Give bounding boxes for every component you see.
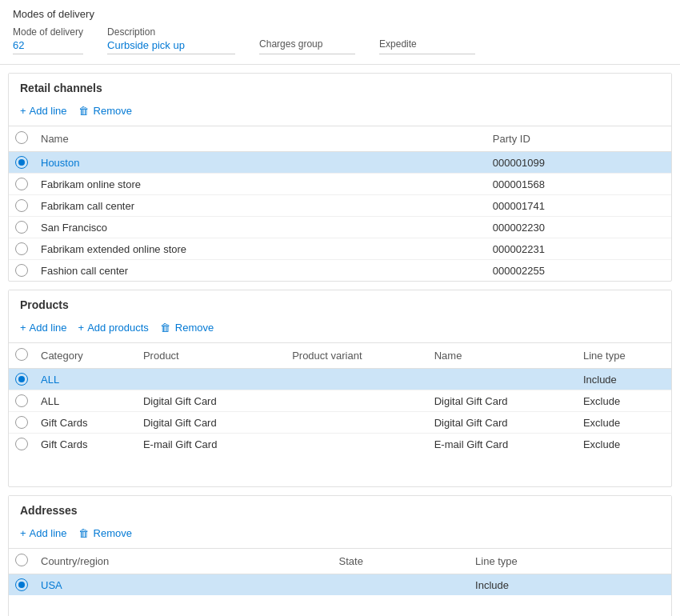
retail-channels-toolbar: + Add line 🗑 Remove [20,101,660,121]
radio-button[interactable] [15,416,28,429]
description-value[interactable]: Curbside pick up [107,39,235,54]
modes-section-title: Modes of delivery [13,8,667,20]
addresses-remove-button[interactable]: 🗑 Remove [78,527,132,539]
expedite-label: Expedite [379,38,475,50]
table-row[interactable]: Fabrikam extended online store000002231 [9,238,671,260]
radio-button[interactable] [15,264,28,277]
retail-remove-button[interactable]: 🗑 Remove [78,105,132,117]
retail-name-col-header: Name [34,126,486,152]
radio-inner [18,376,25,382]
radio-button[interactable] [15,394,28,407]
mode-of-delivery-value[interactable]: 62 [13,39,83,54]
trash-icon: 🗑 [160,322,170,334]
addresses-title: Addresses [20,504,660,517]
description-label: Description [107,26,235,38]
addresses-table: Country/region State Line type USAInclud… [9,549,671,595]
plus-icon: + [20,105,26,117]
products-product-cell: Digital Gift Card [137,390,286,412]
radio-button[interactable] [15,199,28,212]
table-row[interactable]: Gift CardsDigital Gift CardDigital Gift … [9,412,671,434]
retail-name-cell: Fabrikam online store [34,174,486,195]
table-row[interactable]: ALLDigital Gift CardDigital Gift CardExc… [9,390,671,412]
products-name-cell [428,369,577,390]
table-row[interactable]: Fabrikam call center000001741 [9,195,671,217]
row-radio-cell[interactable] [9,412,34,434]
retail-add-line-button[interactable]: + Add line [20,105,67,117]
trash-icon: 🗑 [78,527,89,539]
retail-select-col-header [9,126,34,152]
products-category-col-header: Category [34,343,137,369]
table-row[interactable]: ALLInclude [9,369,671,390]
retail-channels-table-container: Name Party ID Houston000001099Fabrikam o… [9,126,671,281]
addresses-linetype-col-header: Line type [469,549,671,574]
modes-field-row: Mode of delivery 62 Description Curbside… [13,26,667,54]
retail-name-cell: Houston [34,152,486,174]
table-row[interactable]: Houston000001099 [9,152,671,174]
row-radio-cell[interactable] [9,574,34,596]
products-linetype-cell: Include [577,369,671,390]
products-header: Products + Add line + Add products 🗑 Rem… [9,290,671,343]
retail-partyid-cell: 000002231 [486,238,671,260]
radio-button[interactable] [15,578,28,591]
radio-button[interactable] [15,438,28,450]
charges-group-field: Charges group [259,38,355,54]
table-row[interactable]: USAInclude [9,574,671,596]
products-select-col-header [9,343,34,369]
retail-partyid-cell: 000002255 [486,260,671,282]
charges-group-value[interactable] [259,51,355,54]
row-radio-cell[interactable] [9,238,34,260]
mode-of-delivery-field: Mode of delivery 62 [13,26,83,54]
products-linetype-col-header: Line type [577,343,671,369]
table-row[interactable]: Gift CardsE-mail Gift CardE-mail Gift Ca… [9,434,671,455]
products-variant-col-header: Product variant [286,343,428,369]
addresses-header-checkbox[interactable] [15,554,28,566]
addresses-panel: Addresses + Add line 🗑 Remove Country/re… [8,495,672,616]
products-product-cell: E-mail Gift Card [137,434,286,455]
addresses-empty-space [9,595,671,616]
row-radio-cell[interactable] [9,390,34,412]
table-row[interactable]: San Francisco000002230 [9,217,671,238]
products-linetype-cell: Exclude [577,412,671,434]
radio-button[interactable] [15,221,28,234]
radio-button[interactable] [15,156,28,169]
modes-of-delivery-section: Modes of delivery Mode of delivery 62 De… [0,0,680,65]
row-radio-cell[interactable] [9,260,34,282]
products-variant-cell [286,412,428,434]
products-add-line-button[interactable]: + Add line [20,322,67,334]
row-radio-cell[interactable] [9,174,34,195]
products-header-checkbox[interactable] [15,348,28,361]
mode-of-delivery-label: Mode of delivery [13,26,83,38]
table-row[interactable]: Fashion call center000002255 [9,260,671,282]
addresses-add-line-button[interactable]: + Add line [20,527,67,539]
radio-button[interactable] [15,178,28,190]
row-radio-cell[interactable] [9,217,34,238]
retail-channels-title: Retail channels [20,82,660,94]
radio-button[interactable] [15,373,28,386]
products-remove-button[interactable]: 🗑 Remove [160,322,214,334]
products-category-cell: Gift Cards [34,412,137,434]
retail-header-checkbox[interactable] [15,131,28,144]
row-radio-cell[interactable] [9,152,34,174]
plus-icon: + [20,527,26,539]
products-add-products-button[interactable]: + Add products [78,322,149,334]
table-row[interactable]: Fabrikam online store000001568 [9,174,671,195]
products-toolbar: + Add line + Add products 🗑 Remove [20,318,660,338]
retail-name-cell: San Francisco [34,217,486,238]
description-field: Description Curbside pick up [107,26,235,54]
addresses-state-cell [333,574,470,596]
expedite-value[interactable] [379,51,475,54]
row-radio-cell[interactable] [9,195,34,217]
row-radio-cell[interactable] [9,369,34,390]
products-linetype-cell: Exclude [577,434,671,455]
row-radio-cell[interactable] [9,434,34,455]
addresses-table-container: Country/region State Line type USAInclud… [9,549,671,616]
addresses-country-col-header: Country/region [34,549,333,574]
radio-button[interactable] [15,242,28,255]
retail-channels-table: Name Party ID Houston000001099Fabrikam o… [9,126,671,281]
products-category-cell: ALL [34,369,137,390]
addresses-country-cell: USA [34,574,333,596]
radio-inner [18,582,25,588]
retail-channels-header: Retail channels + Add line 🗑 Remove [9,74,671,126]
products-title: Products [20,298,660,311]
products-name-col-header: Name [428,343,577,369]
